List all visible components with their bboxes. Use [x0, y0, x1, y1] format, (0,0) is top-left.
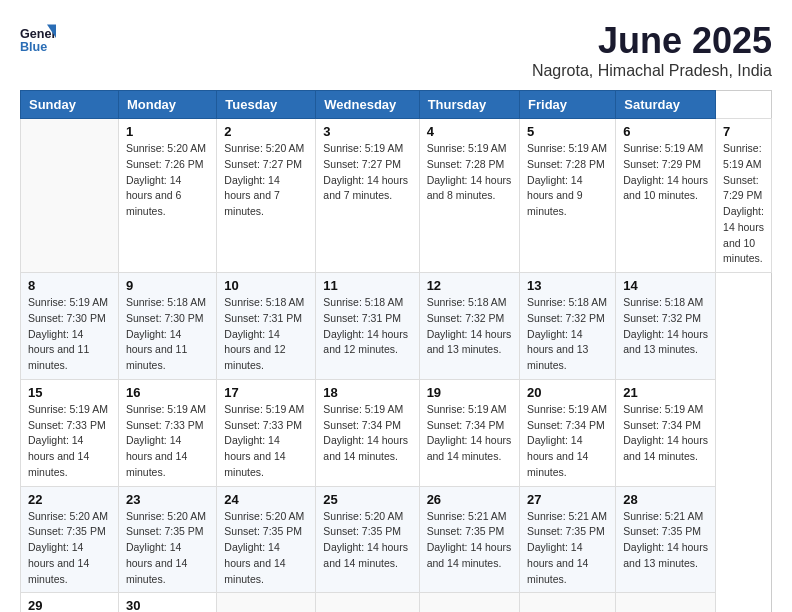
- day-number: 22: [28, 492, 111, 507]
- day-number: 5: [527, 124, 608, 139]
- calendar-cell: 15Sunrise: 5:19 AMSunset: 7:33 PMDayligh…: [21, 379, 119, 486]
- day-number: 8: [28, 278, 111, 293]
- day-info: Sunrise: 5:19 AMSunset: 7:30 PMDaylight:…: [28, 295, 111, 374]
- calendar-cell: 28Sunrise: 5:21 AMSunset: 7:35 PMDayligh…: [616, 486, 716, 593]
- calendar-cell: 21Sunrise: 5:19 AMSunset: 7:34 PMDayligh…: [616, 379, 716, 486]
- day-number: 12: [427, 278, 512, 293]
- day-info: Sunrise: 5:19 AMSunset: 7:29 PMDaylight:…: [723, 141, 764, 267]
- day-info: Sunrise: 5:19 AMSunset: 7:33 PMDaylight:…: [224, 402, 308, 481]
- day-number: 29: [28, 598, 111, 612]
- day-info: Sunrise: 5:21 AMSunset: 7:35 PMDaylight:…: [623, 509, 708, 572]
- day-info: Sunrise: 5:21 AMSunset: 7:35 PMDaylight:…: [427, 509, 512, 572]
- calendar-cell: 22Sunrise: 5:20 AMSunset: 7:35 PMDayligh…: [21, 486, 119, 593]
- calendar-cell: 26Sunrise: 5:21 AMSunset: 7:35 PMDayligh…: [419, 486, 519, 593]
- day-number: 14: [623, 278, 708, 293]
- calendar-cell: 17Sunrise: 5:19 AMSunset: 7:33 PMDayligh…: [217, 379, 316, 486]
- calendar-cell: 14Sunrise: 5:18 AMSunset: 7:32 PMDayligh…: [616, 273, 716, 380]
- calendar-cell: 9Sunrise: 5:18 AMSunset: 7:30 PMDaylight…: [118, 273, 216, 380]
- day-info: Sunrise: 5:20 AMSunset: 7:35 PMDaylight:…: [323, 509, 411, 572]
- calendar-cell: 4Sunrise: 5:19 AMSunset: 7:28 PMDaylight…: [419, 119, 519, 273]
- calendar-cell: 24Sunrise: 5:20 AMSunset: 7:35 PMDayligh…: [217, 486, 316, 593]
- day-info: Sunrise: 5:18 AMSunset: 7:31 PMDaylight:…: [224, 295, 308, 374]
- day-number: 18: [323, 385, 411, 400]
- day-info: Sunrise: 5:20 AMSunset: 7:35 PMDaylight:…: [28, 509, 111, 588]
- day-number: 4: [427, 124, 512, 139]
- day-number: 17: [224, 385, 308, 400]
- month-title: June 2025: [532, 20, 772, 62]
- day-info: Sunrise: 5:21 AMSunset: 7:35 PMDaylight:…: [527, 509, 608, 588]
- day-info: Sunrise: 5:19 AMSunset: 7:34 PMDaylight:…: [623, 402, 708, 465]
- calendar-cell: 18Sunrise: 5:19 AMSunset: 7:34 PMDayligh…: [316, 379, 419, 486]
- day-info: Sunrise: 5:18 AMSunset: 7:30 PMDaylight:…: [126, 295, 209, 374]
- svg-text:Blue: Blue: [20, 40, 47, 54]
- calendar-cell: [217, 593, 316, 612]
- calendar-table: SundayMondayTuesdayWednesdayThursdayFrid…: [20, 90, 772, 612]
- day-info: Sunrise: 5:19 AMSunset: 7:29 PMDaylight:…: [623, 141, 708, 204]
- day-info: Sunrise: 5:19 AMSunset: 7:34 PMDaylight:…: [527, 402, 608, 481]
- calendar-cell: 23Sunrise: 5:20 AMSunset: 7:35 PMDayligh…: [118, 486, 216, 593]
- column-header-friday: Friday: [520, 91, 616, 119]
- calendar-cell: 19Sunrise: 5:19 AMSunset: 7:34 PMDayligh…: [419, 379, 519, 486]
- day-info: Sunrise: 5:19 AMSunset: 7:27 PMDaylight:…: [323, 141, 411, 204]
- day-number: 11: [323, 278, 411, 293]
- calendar-cell: [520, 593, 616, 612]
- day-number: 24: [224, 492, 308, 507]
- day-number: 3: [323, 124, 411, 139]
- day-info: Sunrise: 5:19 AMSunset: 7:34 PMDaylight:…: [323, 402, 411, 465]
- day-number: 16: [126, 385, 209, 400]
- day-number: 10: [224, 278, 308, 293]
- day-info: Sunrise: 5:19 AMSunset: 7:33 PMDaylight:…: [28, 402, 111, 481]
- calendar-week-row: 1Sunrise: 5:20 AMSunset: 7:26 PMDaylight…: [21, 119, 772, 273]
- day-info: Sunrise: 5:18 AMSunset: 7:32 PMDaylight:…: [427, 295, 512, 358]
- calendar-cell: [419, 593, 519, 612]
- column-header-saturday: Saturday: [616, 91, 716, 119]
- column-header-thursday: Thursday: [419, 91, 519, 119]
- day-info: Sunrise: 5:19 AMSunset: 7:33 PMDaylight:…: [126, 402, 209, 481]
- calendar-cell: 5Sunrise: 5:19 AMSunset: 7:28 PMDaylight…: [520, 119, 616, 273]
- calendar-cell: [616, 593, 716, 612]
- calendar-week-row: 22Sunrise: 5:20 AMSunset: 7:35 PMDayligh…: [21, 486, 772, 593]
- calendar-header-row: SundayMondayTuesdayWednesdayThursdayFrid…: [21, 91, 772, 119]
- day-info: Sunrise: 5:18 AMSunset: 7:31 PMDaylight:…: [323, 295, 411, 358]
- logo-icon: General Blue: [20, 20, 56, 56]
- calendar-cell: 1Sunrise: 5:20 AMSunset: 7:26 PMDaylight…: [118, 119, 216, 273]
- column-header-sunday: Sunday: [21, 91, 119, 119]
- day-number: 2: [224, 124, 308, 139]
- calendar-week-row: 29Sunrise: 5:22 AMSunset: 7:35 PMDayligh…: [21, 593, 772, 612]
- day-number: 19: [427, 385, 512, 400]
- day-number: 26: [427, 492, 512, 507]
- day-info: Sunrise: 5:18 AMSunset: 7:32 PMDaylight:…: [527, 295, 608, 374]
- day-number: 15: [28, 385, 111, 400]
- day-info: Sunrise: 5:20 AMSunset: 7:35 PMDaylight:…: [224, 509, 308, 588]
- day-number: 6: [623, 124, 708, 139]
- day-number: 28: [623, 492, 708, 507]
- day-info: Sunrise: 5:19 AMSunset: 7:28 PMDaylight:…: [527, 141, 608, 220]
- calendar-week-row: 15Sunrise: 5:19 AMSunset: 7:33 PMDayligh…: [21, 379, 772, 486]
- calendar-cell: 13Sunrise: 5:18 AMSunset: 7:32 PMDayligh…: [520, 273, 616, 380]
- day-number: 7: [723, 124, 764, 139]
- day-info: Sunrise: 5:18 AMSunset: 7:32 PMDaylight:…: [623, 295, 708, 358]
- calendar-week-row: 8Sunrise: 5:19 AMSunset: 7:30 PMDaylight…: [21, 273, 772, 380]
- day-info: Sunrise: 5:20 AMSunset: 7:27 PMDaylight:…: [224, 141, 308, 220]
- calendar-cell: 27Sunrise: 5:21 AMSunset: 7:35 PMDayligh…: [520, 486, 616, 593]
- calendar-cell: [21, 119, 119, 273]
- day-info: Sunrise: 5:20 AMSunset: 7:26 PMDaylight:…: [126, 141, 209, 220]
- day-number: 27: [527, 492, 608, 507]
- location-title: Nagrota, Himachal Pradesh, India: [532, 62, 772, 80]
- day-number: 13: [527, 278, 608, 293]
- calendar-cell: 25Sunrise: 5:20 AMSunset: 7:35 PMDayligh…: [316, 486, 419, 593]
- day-number: 9: [126, 278, 209, 293]
- column-header-tuesday: Tuesday: [217, 91, 316, 119]
- day-number: 20: [527, 385, 608, 400]
- day-number: 25: [323, 492, 411, 507]
- calendar-cell: 12Sunrise: 5:18 AMSunset: 7:32 PMDayligh…: [419, 273, 519, 380]
- calendar-cell: 7Sunrise: 5:19 AMSunset: 7:29 PMDaylight…: [716, 119, 772, 273]
- day-number: 30: [126, 598, 209, 612]
- column-header-wednesday: Wednesday: [316, 91, 419, 119]
- day-info: Sunrise: 5:19 AMSunset: 7:34 PMDaylight:…: [427, 402, 512, 465]
- page-header: General Blue June 2025 Nagrota, Himachal…: [20, 20, 772, 80]
- day-info: Sunrise: 5:19 AMSunset: 7:28 PMDaylight:…: [427, 141, 512, 204]
- day-number: 21: [623, 385, 708, 400]
- calendar-cell: 30Sunrise: 5:22 AMSunset: 7:35 PMDayligh…: [118, 593, 216, 612]
- calendar-cell: 3Sunrise: 5:19 AMSunset: 7:27 PMDaylight…: [316, 119, 419, 273]
